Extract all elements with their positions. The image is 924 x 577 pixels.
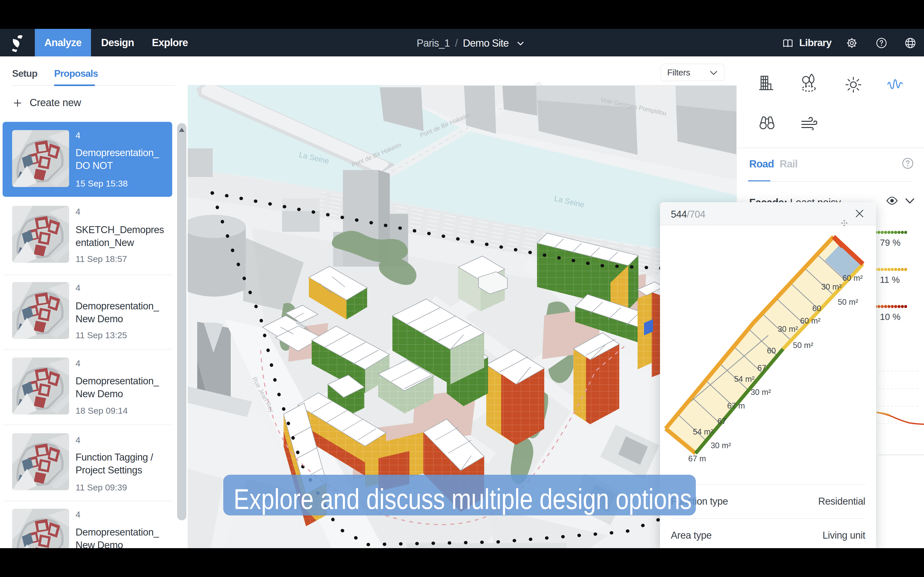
svg-text:60: 60 [767,346,776,355]
svg-text:30 m²: 30 m² [711,441,731,450]
svg-text:60 m²: 60 m² [842,274,863,282]
svg-text:50 m²: 50 m² [793,341,813,350]
svg-text:67 m: 67 m [688,454,706,463]
svg-text:30 m²: 30 m² [751,388,771,397]
svg-text:67: 67 [758,363,766,372]
svg-text:67: 67 [717,417,726,426]
svg-text:67 m: 67 m [727,401,745,410]
svg-text:60: 60 [813,304,821,313]
svg-text:60 m²: 60 m² [800,316,821,326]
svg-text:30 m²: 30 m² [821,282,842,291]
svg-text:30 m²: 30 m² [777,324,798,334]
svg-text:54 m²: 54 m² [693,427,713,436]
svg-text:54 m²: 54 m² [734,374,754,384]
svg-text:50 m²: 50 m² [838,298,858,306]
